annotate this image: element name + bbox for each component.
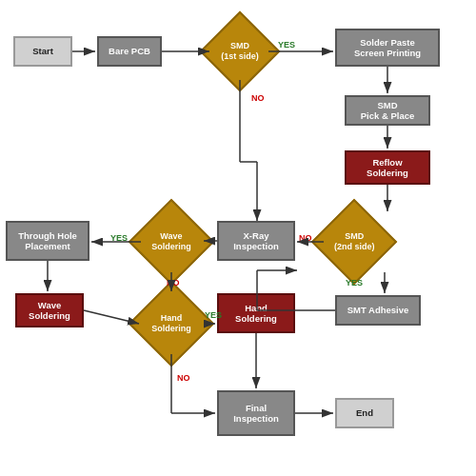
no-label-hand: NO [177,373,190,383]
smd-pick-node: SMDPick & Place [345,95,430,126]
end-node: End [335,398,394,428]
reflow-node: ReflowSoldering [345,150,430,185]
yes-label-hand: YES [205,310,222,320]
solder-paste-node: Solder PasteScreen Printing [335,29,440,67]
smd-1st-node: SMD(1st side) [200,11,281,92]
final-inspection-node: FinalInspection [217,390,295,436]
no-label-smd1: NO [251,93,265,103]
wave-soldering-red-node: WaveSoldering [15,293,84,327]
wave-soldering-diamond-node: WaveSoldering [129,199,215,286]
yes-label-smd2: YES [346,278,363,288]
yes-label-smd1: YES [278,40,295,50]
start-node: Start [13,36,72,67]
smt-adhesive-node: SMT Adhesive [335,295,421,326]
yes-label-wave: YES [110,233,128,243]
hand-soldering-diamond-node: HandSoldering [129,281,215,367]
flowchart: Start Bare PCB SMD(1st side) Solder Past… [0,0,476,476]
hand-soldering-rect-node: HandSoldering [217,293,295,333]
no-label-wave: NO [167,278,180,288]
smd-2nd-node: SMD(2nd side) [311,199,398,286]
xray-node: X-RayInspection [217,221,295,261]
bare-pcb-node: Bare PCB [97,36,162,67]
no-label-xray: NO [299,233,312,243]
through-hole-node: Through HolePlacement [6,221,89,261]
